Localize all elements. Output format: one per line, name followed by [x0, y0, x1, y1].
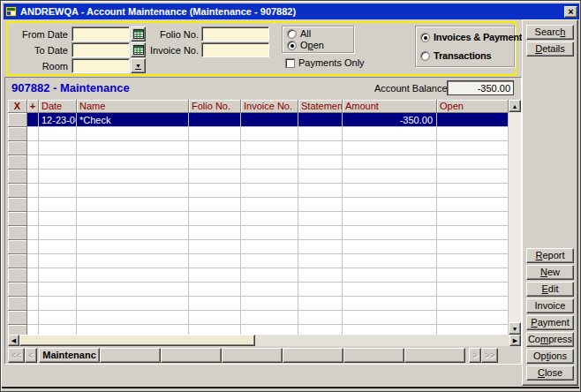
- table-row[interactable]: [8, 254, 509, 268]
- cell[interactable]: [241, 297, 298, 311]
- column-header-amount[interactable]: Amount: [343, 100, 437, 113]
- cell[interactable]: [241, 141, 298, 155]
- scroll-left-button[interactable]: ◀: [8, 335, 19, 346]
- cell[interactable]: [298, 311, 343, 325]
- row-header-cell[interactable]: [8, 170, 27, 184]
- cell[interactable]: [27, 141, 39, 155]
- cell[interactable]: [241, 184, 298, 198]
- cell[interactable]: [39, 170, 77, 184]
- table-row[interactable]: [8, 155, 509, 170]
- cell[interactable]: [189, 184, 241, 198]
- options-button[interactable]: Options: [526, 349, 574, 364]
- column-header-date[interactable]: Date: [39, 100, 77, 113]
- cell[interactable]: [241, 268, 298, 283]
- cell[interactable]: [77, 325, 189, 335]
- room-input[interactable]: [72, 58, 130, 73]
- invoice-button[interactable]: Invoice: [526, 298, 574, 313]
- close-button[interactable]: Close: [526, 366, 574, 381]
- cell[interactable]: [343, 141, 437, 155]
- row-header-cell[interactable]: [8, 268, 27, 283]
- cell[interactable]: [27, 127, 39, 141]
- cell[interactable]: [189, 141, 241, 155]
- cell[interactable]: [298, 254, 343, 268]
- cell[interactable]: [437, 170, 509, 184]
- row-header-cell[interactable]: [8, 212, 27, 226]
- row-header-cell[interactable]: [8, 113, 27, 127]
- cell[interactable]: [189, 283, 241, 297]
- table-row[interactable]: [8, 311, 509, 325]
- cell[interactable]: [39, 127, 77, 141]
- radio-invoices-payments[interactable]: Invoices & Payments: [420, 32, 527, 42]
- from-date-input[interactable]: [72, 26, 130, 41]
- scrollbar-thumb[interactable]: [19, 335, 255, 346]
- vertical-scrollbar[interactable]: ▲ ▼: [509, 100, 521, 335]
- scroll-down-button[interactable]: ▼: [509, 322, 521, 335]
- cell[interactable]: [39, 141, 77, 155]
- cell[interactable]: [343, 325, 437, 335]
- cell[interactable]: [343, 198, 437, 212]
- cell[interactable]: [189, 226, 241, 240]
- cell[interactable]: *Check: [77, 113, 189, 127]
- cell[interactable]: [343, 127, 437, 141]
- cell[interactable]: [343, 184, 437, 198]
- cell[interactable]: [189, 268, 241, 283]
- cell[interactable]: [437, 155, 509, 170]
- cell[interactable]: [437, 113, 509, 127]
- table-row-selected[interactable]: 12-23-06*Check-350.00: [8, 113, 509, 127]
- cell[interactable]: [298, 212, 343, 226]
- cell[interactable]: [27, 113, 39, 127]
- cell[interactable]: [437, 184, 509, 198]
- cell[interactable]: [39, 268, 77, 283]
- cell[interactable]: [343, 155, 437, 170]
- cell[interactable]: [241, 113, 298, 127]
- cell[interactable]: [241, 325, 298, 335]
- cell[interactable]: [241, 226, 298, 240]
- payments-only-checkbox[interactable]: Payments Only: [285, 57, 365, 68]
- cell[interactable]: [241, 155, 298, 170]
- horizontal-scrollbar[interactable]: ◀ ▶: [8, 335, 521, 346]
- cell[interactable]: [27, 198, 39, 212]
- row-header-cell[interactable]: [8, 283, 27, 297]
- cell[interactable]: [189, 198, 241, 212]
- cell[interactable]: [241, 311, 298, 325]
- cell[interactable]: [77, 198, 189, 212]
- cell[interactable]: [27, 240, 39, 254]
- tab-nav-next-button[interactable]: >: [469, 348, 481, 363]
- cell[interactable]: [298, 198, 343, 212]
- cell[interactable]: [27, 283, 39, 297]
- cell[interactable]: [27, 212, 39, 226]
- table-row[interactable]: [8, 184, 509, 198]
- cell[interactable]: [27, 155, 39, 170]
- cell[interactable]: [77, 240, 189, 254]
- cell[interactable]: [189, 212, 241, 226]
- cell[interactable]: [241, 212, 298, 226]
- table-row[interactable]: [8, 170, 509, 184]
- cell[interactable]: [39, 283, 77, 297]
- cell[interactable]: [39, 325, 77, 335]
- row-header-cell[interactable]: [8, 127, 27, 141]
- tab-nav-last-button[interactable]: >>: [481, 348, 498, 363]
- close-button[interactable]: ×: [564, 6, 577, 18]
- cell[interactable]: -350.00: [343, 113, 437, 127]
- cell[interactable]: [39, 297, 77, 311]
- cell[interactable]: [298, 240, 343, 254]
- search-button[interactable]: Search: [526, 25, 574, 40]
- cell[interactable]: [189, 254, 241, 268]
- cell[interactable]: [27, 170, 39, 184]
- cell[interactable]: [241, 254, 298, 268]
- details-button[interactable]: Details: [526, 41, 574, 57]
- cell[interactable]: [77, 184, 189, 198]
- cell[interactable]: [27, 325, 39, 335]
- to-date-input[interactable]: [72, 42, 130, 57]
- cell[interactable]: [39, 155, 77, 170]
- cell[interactable]: [437, 141, 509, 155]
- radio-transactions[interactable]: Transactions: [420, 50, 491, 61]
- new-button[interactable]: New: [526, 265, 574, 280]
- table-row[interactable]: [8, 283, 509, 297]
- cell[interactable]: [27, 297, 39, 311]
- row-header-cell[interactable]: [8, 155, 27, 170]
- cell[interactable]: [343, 297, 437, 311]
- scroll-right-button[interactable]: ▶: [509, 335, 521, 346]
- cell[interactable]: [298, 141, 343, 155]
- cell[interactable]: [77, 141, 189, 155]
